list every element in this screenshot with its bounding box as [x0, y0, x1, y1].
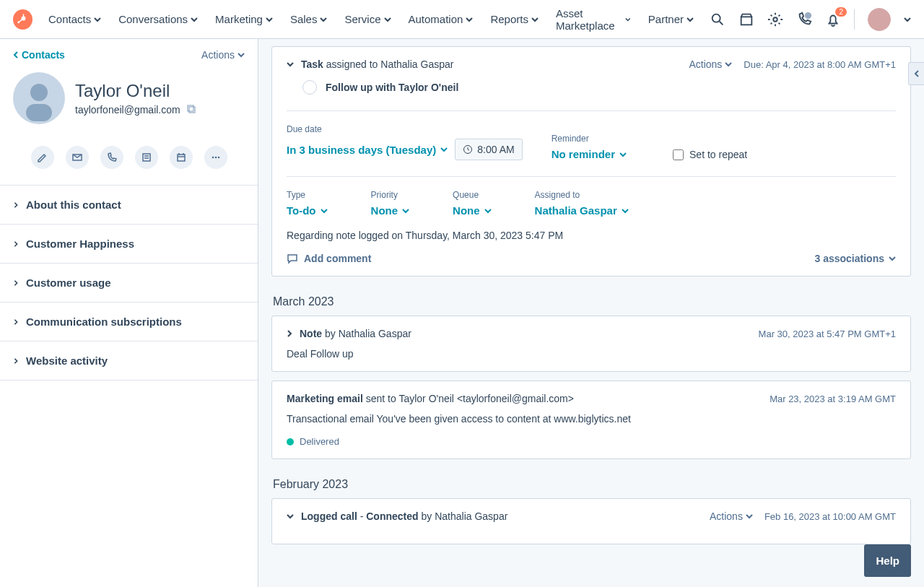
call-collapse-icon[interactable]: [287, 513, 294, 520]
task-note-text: Regarding note logged on Thursday, March…: [287, 230, 896, 241]
month-february-label: February 2023: [273, 478, 355, 491]
section-communication-subs[interactable]: Communication subscriptions: [0, 303, 258, 342]
svg-point-0: [18, 21, 20, 23]
set-to-repeat-checkbox[interactable]: [673, 149, 684, 160]
note-date: Mar 30, 2023 at 5:47 PM GMT+1: [759, 329, 896, 339]
hubspot-logo-icon[interactable]: [13, 9, 32, 30]
svg-rect-2: [19, 19, 23, 22]
user-avatar[interactable]: [868, 8, 891, 31]
task-complete-checkbox[interactable]: [302, 80, 317, 95]
task-prefix: Task: [301, 58, 323, 70]
note-author: Nathalia Gaspar: [339, 328, 411, 339]
nav-partner[interactable]: Partner: [648, 7, 694, 32]
meeting-action-icon[interactable]: [170, 146, 193, 169]
svg-point-6: [773, 17, 777, 22]
notifications-icon[interactable]: 2: [825, 12, 841, 27]
svg-rect-9: [188, 105, 193, 111]
note-action-icon[interactable]: [31, 146, 54, 169]
contact-avatar[interactable]: [13, 72, 65, 124]
nav-contacts[interactable]: Contacts: [48, 7, 101, 32]
queue-label: Queue: [453, 190, 492, 200]
svg-point-15: [217, 157, 219, 159]
svg-rect-3: [23, 14, 25, 17]
right-panel-expand-tab[interactable]: [908, 62, 924, 85]
associations-dropdown[interactable]: 3 associations: [815, 253, 897, 264]
call-prefix: Logged call: [301, 510, 357, 522]
notification-badge: 2: [835, 7, 847, 17]
marketing-email-card: Marketing email sent to Taylor O'neil <t…: [271, 381, 911, 459]
log-action-icon[interactable]: [135, 146, 158, 169]
activity-timeline[interactable]: Task assigned to Nathalia Gaspar Actions…: [258, 39, 924, 587]
email-body: Transactional email You've been given ac…: [287, 413, 896, 425]
call-author: Nathalia Gaspar: [435, 510, 507, 522]
nav-links: Contacts Conversations Marketing Sales S…: [48, 7, 694, 32]
task-card: Task assigned to Nathalia Gaspar Actions…: [271, 46, 911, 277]
add-comment-button[interactable]: Add comment: [287, 253, 371, 264]
note-expand-icon[interactable]: [287, 330, 292, 337]
note-prefix: Note: [300, 328, 322, 339]
search-icon[interactable]: [710, 12, 725, 27]
task-due-text: Due: Apr 4, 2023 at 8:00 AM GMT+1: [744, 59, 896, 70]
separator: [854, 9, 855, 30]
more-action-icon[interactable]: [204, 146, 227, 169]
topnav-right: 2: [710, 8, 911, 31]
marketplace-icon[interactable]: [738, 12, 754, 27]
calling-icon[interactable]: [796, 12, 812, 27]
nav-marketing[interactable]: Marketing: [215, 7, 273, 32]
contact-actions-dropdown[interactable]: Actions: [201, 49, 245, 61]
type-dropdown[interactable]: To-do: [287, 204, 328, 217]
assigned-to-dropdown[interactable]: Nathalia Gaspar: [535, 204, 629, 217]
contact-sections: About this contact Customer Happiness Cu…: [0, 185, 258, 381]
back-to-contacts-link[interactable]: Contacts: [13, 49, 65, 61]
priority-dropdown[interactable]: None: [371, 204, 410, 217]
svg-point-14: [214, 157, 217, 159]
call-date: Feb 16, 2023 at 10:00 AM GMT: [764, 511, 896, 522]
section-customer-happiness[interactable]: Customer Happiness: [0, 225, 258, 264]
call-action-icon[interactable]: [100, 146, 123, 169]
type-label: Type: [287, 190, 328, 200]
queue-dropdown[interactable]: None: [453, 204, 492, 217]
task-collapse-icon[interactable]: [287, 61, 294, 68]
clock-icon: [463, 144, 473, 155]
email-status-row: Delivered: [287, 436, 896, 447]
due-date-dropdown[interactable]: In 3 business days (Tuesday): [287, 144, 448, 156]
svg-rect-11: [143, 154, 150, 161]
nav-reports[interactable]: Reports: [490, 7, 539, 32]
back-link-label: Contacts: [22, 49, 65, 61]
assigned-to-label: Assigned to: [535, 190, 629, 200]
month-march-label: March 2023: [273, 295, 341, 308]
comment-icon: [287, 253, 298, 264]
help-button[interactable]: Help: [864, 544, 911, 577]
logged-call-card: Logged call - Connected by Nathalia Gasp…: [271, 498, 911, 544]
contact-left-panel: Contacts Actions Taylor O'neil taylorfon…: [0, 39, 258, 587]
task-assigned-to: Nathalia Gaspar: [380, 58, 453, 70]
priority-label: Priority: [371, 190, 410, 200]
nav-sales[interactable]: Sales: [290, 7, 328, 32]
email-action-icon[interactable]: [66, 146, 89, 169]
nav-asset-marketplace[interactable]: Asset Marketplace: [556, 7, 631, 32]
settings-icon[interactable]: [767, 12, 783, 27]
reminder-label: Reminder: [552, 134, 627, 144]
email-prefix: Marketing email: [287, 393, 363, 404]
svg-point-7: [805, 12, 811, 18]
reminder-dropdown[interactable]: No reminder: [552, 148, 627, 160]
email-recipient: Taylor O'neil: [398, 393, 454, 404]
copy-icon[interactable]: [186, 104, 196, 116]
note-body: Deal Follow up: [287, 348, 896, 360]
section-website-activity[interactable]: Website activity: [0, 342, 258, 381]
section-about[interactable]: About this contact: [0, 186, 258, 225]
svg-rect-12: [178, 155, 185, 161]
task-title[interactable]: Follow up with Taylor O'neil: [326, 82, 458, 93]
due-time-input[interactable]: 8:00 AM: [455, 139, 522, 160]
svg-rect-8: [189, 107, 195, 113]
nav-conversations[interactable]: Conversations: [118, 7, 198, 32]
section-customer-usage[interactable]: Customer usage: [0, 264, 258, 303]
svg-rect-5: [741, 17, 752, 25]
contact-email: taylorfoneil@gmail.com: [75, 104, 196, 116]
call-actions-dropdown[interactable]: Actions: [710, 510, 753, 522]
nav-service[interactable]: Service: [344, 7, 391, 32]
task-actions-dropdown[interactable]: Actions: [689, 58, 732, 70]
account-chevron-icon[interactable]: [904, 16, 911, 23]
repeat-label: Set to repeat: [689, 149, 747, 160]
nav-automation[interactable]: Automation: [409, 7, 474, 32]
